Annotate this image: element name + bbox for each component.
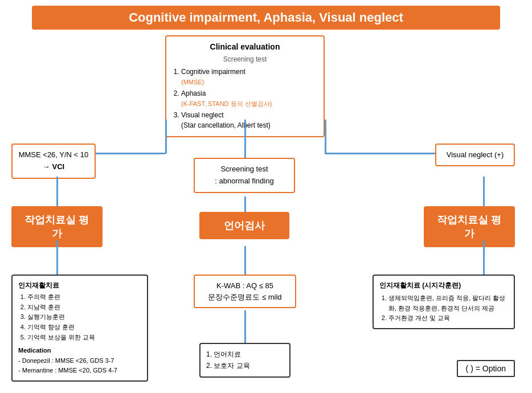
lang-treat-item-1: 1. 언어치료 [206, 349, 284, 360]
main-container: Cognitive impairment, Aphasia, Visual ne… [0, 0, 532, 393]
treatment-left-box: 인지재활치료 주의력 훈련 지남력 훈련 실행기능훈련 기억력 향상 훈련 기억… [11, 275, 148, 382]
clinical-item-1: Cognitive impairment (MMSE) [181, 67, 318, 87]
tl-item-5: 기억력 보상을 위한 교육 [27, 333, 141, 343]
visual-neglect-label: Visual neglect (+) [442, 149, 508, 161]
arrow-to-mmse-h [100, 153, 165, 154]
screening-abnormal-box: Screening test : abnormal finding [194, 158, 295, 193]
visual-neglect-box: Visual neglect (+) [435, 144, 515, 166]
arrow-to-vneg-v-top [325, 120, 326, 154]
arrow-kwab-to-langtreatment [244, 310, 246, 343]
lang-treat-item-2: 2. 보호자 교육 [206, 360, 284, 371]
treatment-left-intro: 인지재활치료 [18, 280, 141, 291]
flow-area: Clinical evaluation Screening test Cogni… [6, 35, 526, 383]
option-box: ( ) = Option [457, 360, 515, 377]
mmse-box: MMSE <26, Y/N < 10 → VCI [11, 144, 96, 179]
med-item-1: - Donepezil : MMSE <26, GDS 3-7 [18, 356, 141, 366]
option-label: ( ) = Option [466, 364, 506, 373]
clinical-item-2: Aphasia (K-FAST, STAND 등의 선별검사) [181, 88, 318, 109]
treatment-right-box: 인지재활치료 (시지각훈련) 생체되먹임훈련, 프리즘 적응, 팔다리 활성화,… [373, 275, 515, 329]
clinical-eval-title: Clinical evaluation [172, 41, 318, 53]
mmse-line2: → VCI [18, 161, 89, 173]
treatment-right-intro: 인지재활치료 (시지각훈련) [379, 280, 508, 291]
arrow-lang-to-kwab [244, 246, 246, 276]
arrow-clinical-to-screening [244, 120, 246, 158]
mmse-line1: MMSE <26, Y/N < 10 [18, 149, 89, 161]
clinical-eval-subtitle: Screening test [172, 54, 318, 64]
arrow-ot-right-down [483, 240, 485, 276]
ot-right-box: 작업치료실 평가 [424, 206, 515, 247]
tr-item-1: 생체되먹임훈련, 프리즘 적응, 팔다리 활성화, 환경 적응훈련, 환경적 단… [388, 293, 508, 313]
arrow-to-vneg-h [325, 153, 439, 154]
treatment-left-list: 주의력 훈련 지남력 훈련 실행기능훈련 기억력 향상 훈련 기억력 보상을 위… [18, 292, 141, 342]
screening-line2: : abnormal finding [200, 175, 288, 187]
kwab-box: K-WAB : AQ ≤ 85 문장수준명료도 ≤ mild [194, 275, 296, 308]
treatment-right-list: 생체되먹임훈련, 프리즘 적응, 팔다리 활성화, 환경 적응훈련, 환경적 단… [379, 293, 508, 324]
language-test-box: 언어검사 [199, 212, 289, 239]
clinical-item-3: Visual neglect (Star cancellation, Alber… [181, 110, 318, 130]
medication-title: Medication [18, 346, 141, 356]
arrow-ot-left-down [56, 240, 58, 276]
tl-item-2: 지남력 훈련 [27, 302, 141, 313]
med-item-2: - Memantine : MMSE <20, GDS 4-7 [18, 366, 141, 376]
arrow-to-mmse-head [95, 153, 101, 154]
kwab-line1: K-WAB : AQ ≤ 85 [200, 280, 289, 292]
page-title: Cognitive impairment, Aphasia, Visual ne… [32, 6, 501, 30]
arrow-screening-to-lang [244, 197, 246, 212]
tl-item-1: 주의력 훈련 [27, 292, 141, 302]
screening-line1: Screening test [200, 163, 288, 175]
arrow-mmse-to-ot [56, 177, 58, 207]
tl-item-3: 실행기능훈련 [27, 312, 141, 322]
arrow-to-mmse-v-top [165, 120, 167, 154]
lang-treatment-box: 1. 언어치료 2. 보호자 교육 [199, 343, 290, 378]
tr-item-2: 주거환경 개선 및 교육 [388, 313, 508, 324]
tl-item-4: 기억력 향상 훈련 [27, 322, 141, 333]
arrow-vneg-to-ot [483, 177, 485, 207]
kwab-line2: 문장수준명료도 ≤ mild [200, 292, 289, 303]
